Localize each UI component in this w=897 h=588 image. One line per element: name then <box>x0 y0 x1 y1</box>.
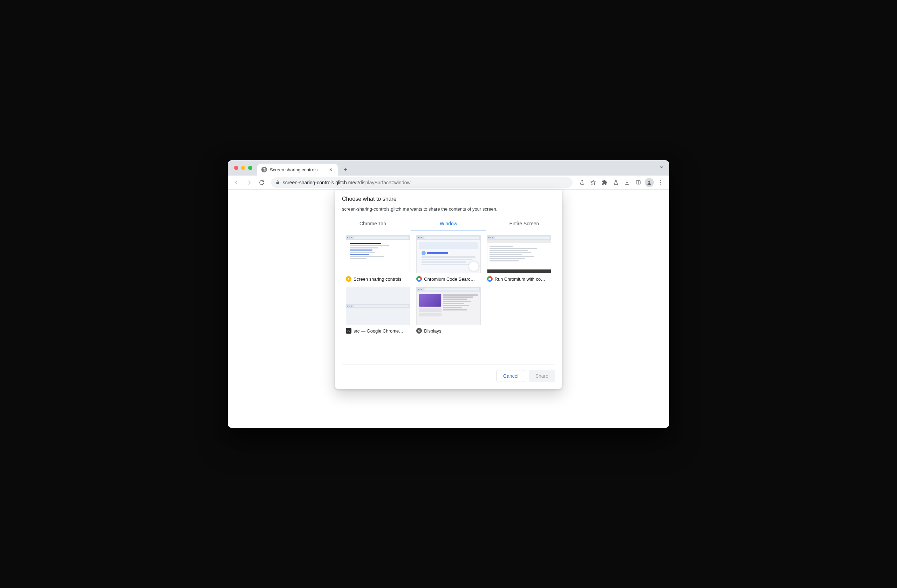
source-item[interactable]: Run Chromium with co… <box>487 235 551 282</box>
svg-rect-1 <box>636 181 640 184</box>
globe-icon <box>262 167 267 172</box>
back-button[interactable] <box>231 177 242 188</box>
address-bar[interactable]: screen-sharing-controls.glitch.me/?displ… <box>271 177 572 188</box>
tab-title: Screen sharing controls <box>270 167 318 172</box>
source-item[interactable]: Chromium Code Searc… <box>416 235 481 282</box>
window-minimize-button[interactable] <box>241 166 245 170</box>
lock-icon <box>276 180 280 185</box>
dialog-footer: Cancel Share <box>335 364 562 389</box>
window-close-button[interactable] <box>234 166 238 170</box>
browser-tab[interactable]: Screen sharing controls <box>257 164 338 176</box>
url-path: /?displaySurface=window <box>355 180 410 185</box>
labs-button[interactable] <box>611 177 621 188</box>
side-panel-button[interactable] <box>633 177 643 188</box>
extensions-button[interactable] <box>599 177 610 188</box>
share-button[interactable] <box>577 177 587 188</box>
url-text: screen-sharing-controls.glitch.me/?displ… <box>283 180 411 185</box>
svg-point-6 <box>348 278 349 280</box>
new-tab-button[interactable] <box>341 164 351 174</box>
tab-strip: Screen sharing controls <box>228 160 669 176</box>
cancel-button[interactable]: Cancel <box>496 370 525 382</box>
url-host: screen-sharing-controls.glitch.me <box>283 180 355 185</box>
page-content: Choose what to share screen-sharing-cont… <box>228 190 669 428</box>
picker-tab-chrome-tab[interactable]: Chrome Tab <box>335 217 411 231</box>
dialog-title: Choose what to share <box>342 196 555 202</box>
source-item-text: Chromium Code Searc… <box>424 277 475 282</box>
picker-tabs: Chrome Tab Window Entire Screen <box>335 217 562 231</box>
source-item-text: Displays <box>424 328 441 334</box>
dialog-subtitle: screen-sharing-controls.glitch.me wants … <box>342 207 555 212</box>
source-item[interactable]: Screen sharing controls <box>346 235 410 282</box>
source-item-text: Screen sharing controls <box>354 277 401 282</box>
svg-point-3 <box>660 180 661 181</box>
svg-point-4 <box>660 182 661 183</box>
source-item-label: src — Google Chrome… <box>346 328 410 334</box>
source-item-label: Displays <box>416 328 481 334</box>
source-item-label: Chromium Code Searc… <box>416 276 481 282</box>
source-item[interactable]: Displays <box>416 286 481 334</box>
tabs-menu-button[interactable] <box>659 164 664 170</box>
profile-button[interactable] <box>644 177 655 188</box>
browser-window: Screen sharing controls screen-sha <box>228 160 669 428</box>
source-item-label: Run Chromium with co… <box>487 276 551 282</box>
screen-share-dialog: Choose what to share screen-sharing-cont… <box>335 190 562 389</box>
traffic-lights <box>232 160 257 176</box>
reload-button[interactable] <box>257 177 267 188</box>
downloads-button[interactable] <box>621 177 632 188</box>
avatar-icon <box>645 178 654 187</box>
toolbar: screen-sharing-controls.glitch.me/?displ… <box>228 176 669 190</box>
svg-point-5 <box>660 184 661 185</box>
toolbar-right <box>577 177 666 188</box>
source-item-label: Screen sharing controls <box>346 276 410 282</box>
tab-close-button[interactable] <box>328 167 334 172</box>
picker-tab-window[interactable]: Window <box>411 217 486 231</box>
source-item-text: Run Chromium with co… <box>495 277 546 282</box>
picker-body: Screen sharing controlsChromium Code Sea… <box>342 231 555 364</box>
source-item-text: src — Google Chrome… <box>354 328 403 334</box>
menu-button[interactable] <box>655 177 666 188</box>
window-zoom-button[interactable] <box>248 166 252 170</box>
share-button-dialog[interactable]: Share <box>529 370 555 382</box>
svg-point-2 <box>648 181 650 182</box>
forward-button[interactable] <box>244 177 254 188</box>
bookmark-button[interactable] <box>588 177 599 188</box>
picker-tab-entire-screen[interactable]: Entire Screen <box>486 217 562 231</box>
source-item[interactable]: src — Google Chrome… <box>346 286 410 334</box>
